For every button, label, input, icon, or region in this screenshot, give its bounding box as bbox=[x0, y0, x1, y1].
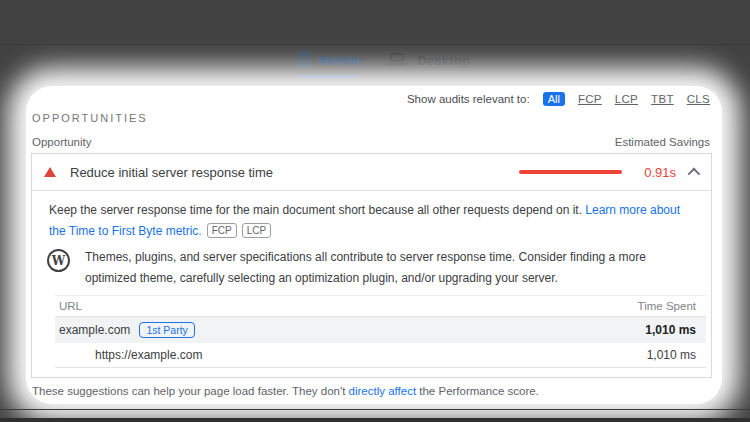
metric-chip-fcp: FCP bbox=[207, 223, 237, 238]
filter-link-tbt[interactable]: TBT bbox=[651, 93, 674, 105]
filter-link-lcp[interactable]: LCP bbox=[615, 93, 638, 105]
suggestions-footer: These suggestions can help your page loa… bbox=[32, 385, 539, 397]
url-table: URL Time Spent example.com 1st Party 1,0… bbox=[55, 295, 706, 368]
url-value: https://example.com bbox=[95, 348, 202, 362]
tab-desktop[interactable]: Desktop bbox=[387, 53, 470, 68]
bottom-edge bbox=[0, 418, 750, 422]
col-url: URL bbox=[59, 300, 82, 312]
active-tab-underline bbox=[299, 75, 356, 78]
first-party-badge: 1st Party bbox=[139, 322, 194, 338]
device-tabs: Mobile Desktop bbox=[299, 52, 470, 68]
opportunities-table-head: Opportunity Estimated Savings bbox=[32, 136, 710, 148]
filter-chip-all[interactable]: All bbox=[543, 92, 565, 106]
time-spent-value: 1,010 ms bbox=[647, 348, 696, 362]
url-cell: example.com 1st Party bbox=[59, 322, 195, 338]
stack-pack-row: W Themes, plugins, and server specificat… bbox=[47, 247, 687, 289]
metric-chip-lcp: LCP bbox=[242, 223, 271, 238]
audit-card: Reduce initial server response time 0.91… bbox=[31, 153, 712, 378]
laptop-icon bbox=[387, 53, 407, 67]
time-spent-total: 1,010 ms bbox=[645, 323, 696, 337]
phone-icon bbox=[299, 52, 309, 68]
savings-group: 0.91s bbox=[519, 165, 697, 180]
filter-link-cls[interactable]: CLS bbox=[687, 93, 710, 105]
filter-label: Show audits relevant to: bbox=[407, 93, 530, 105]
url-table-head: URL Time Spent bbox=[55, 295, 706, 317]
audit-description-text: Keep the server response time for the ma… bbox=[49, 203, 585, 217]
table-row: https://example.com 1,010 ms bbox=[55, 343, 706, 368]
savings-value: 0.91s bbox=[644, 165, 676, 180]
footer-text-suffix: the Performance score. bbox=[416, 385, 539, 397]
audit-title: Reduce initial server response time bbox=[70, 165, 273, 180]
table-row: example.com 1st Party 1,010 ms bbox=[55, 317, 706, 343]
stack-pack-text: Themes, plugins, and server specificatio… bbox=[85, 247, 687, 289]
col-time-spent: Time Spent bbox=[638, 300, 696, 312]
filter-link-fcp[interactable]: FCP bbox=[578, 93, 602, 105]
bottom-divider bbox=[0, 409, 750, 410]
chevron-up-icon[interactable] bbox=[688, 167, 701, 180]
tab-mobile[interactable]: Mobile bbox=[299, 52, 361, 68]
audit-description: Keep the server response time for the ma… bbox=[49, 200, 683, 242]
wordpress-icon: W bbox=[47, 249, 70, 272]
header-divider bbox=[0, 44, 750, 45]
audit-filter-bar: Show audits relevant to: All FCP LCP TBT… bbox=[407, 92, 710, 106]
tab-desktop-label: Desktop bbox=[417, 53, 470, 68]
savings-bar bbox=[519, 170, 622, 174]
lighthouse-report-dimmed-overlay: Mobile Desktop Show audits relevant to: … bbox=[0, 0, 750, 422]
directly-affect-link[interactable]: directly affect bbox=[349, 385, 417, 397]
opportunities-section-title: OPPORTUNITIES bbox=[32, 112, 148, 124]
col-estimated-savings: Estimated Savings bbox=[615, 136, 710, 148]
fail-triangle-icon bbox=[44, 167, 56, 177]
audit-header-row[interactable]: Reduce initial server response time 0.91… bbox=[32, 154, 711, 191]
col-opportunity: Opportunity bbox=[32, 136, 91, 148]
url-origin: example.com bbox=[59, 323, 130, 337]
tab-mobile-label: Mobile bbox=[319, 53, 361, 68]
footer-text-prefix: These suggestions can help your page loa… bbox=[32, 385, 349, 397]
